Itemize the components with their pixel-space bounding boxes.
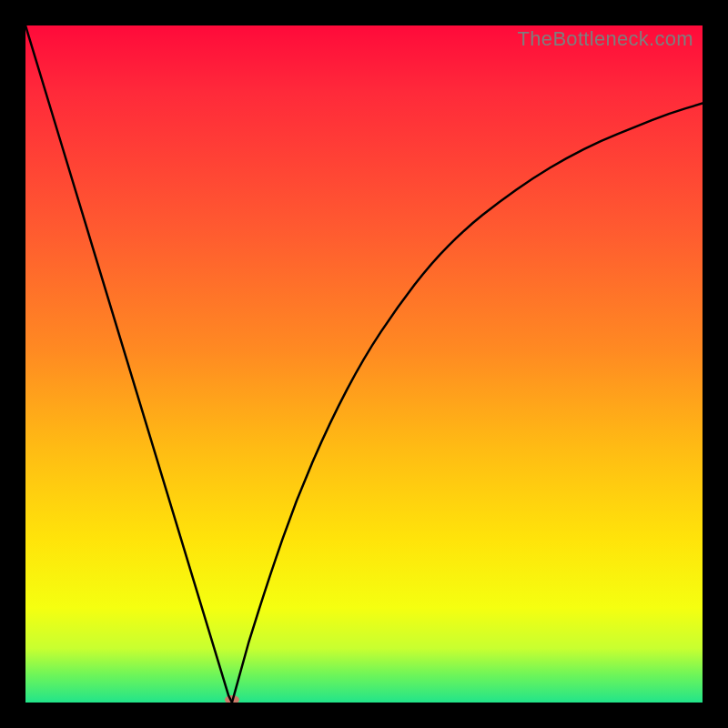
plot-area: TheBottleneck.com <box>25 25 703 703</box>
curve-path <box>25 25 703 703</box>
cusp-marker <box>225 695 239 703</box>
chart-frame: TheBottleneck.com <box>0 0 728 728</box>
bottleneck-curve <box>25 25 703 703</box>
watermark-text: TheBottleneck.com <box>518 27 693 51</box>
